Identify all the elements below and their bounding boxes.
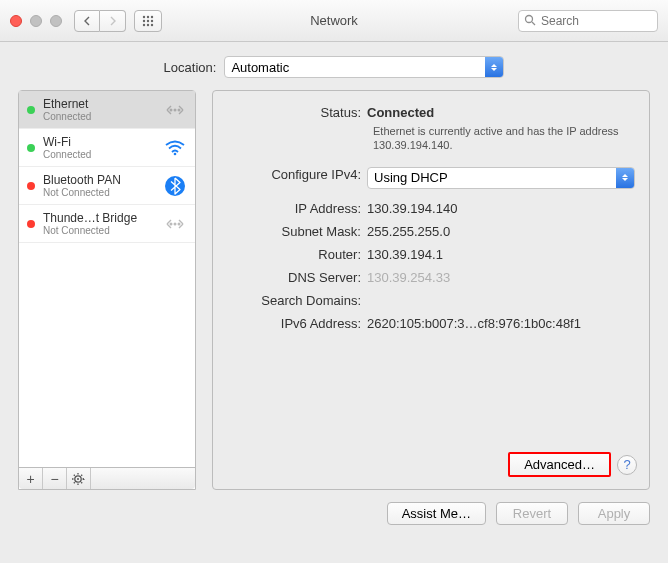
apply-button[interactable]: Apply <box>578 502 650 525</box>
sidebar-footer: + − <box>19 467 195 489</box>
status-dot-icon <box>27 106 35 114</box>
ethernet-icon <box>163 98 187 122</box>
status-sub: Ethernet is currently active and has the… <box>373 124 635 153</box>
svg-point-13 <box>178 108 181 111</box>
traffic-lights <box>10 15 62 27</box>
svg-point-17 <box>170 222 173 225</box>
back-button[interactable] <box>74 10 100 32</box>
svg-point-2 <box>151 15 153 17</box>
configure-row: Configure IPv4: Using DHCP <box>227 167 635 189</box>
dropdown-caret-icon <box>485 57 503 77</box>
advanced-button[interactable]: Advanced… <box>508 452 611 477</box>
help-button[interactable]: ? <box>617 455 637 475</box>
status-label: Status: <box>227 105 367 120</box>
sidebar-item-status: Not Connected <box>43 225 163 236</box>
location-select[interactable]: Automatic <box>224 56 504 78</box>
sidebar-item-label: Bluetooth PAN <box>43 173 163 187</box>
svg-point-8 <box>151 23 153 25</box>
svg-point-1 <box>147 15 149 17</box>
minimize-button[interactable] <box>30 15 42 27</box>
svg-point-9 <box>526 15 533 22</box>
sidebar-item-label: Ethernet <box>43 97 163 111</box>
sidebar-item-thunderbolt[interactable]: Thunde…t Bridge Not Connected <box>19 205 195 243</box>
sidebar-item-bluetooth[interactable]: Bluetooth PAN Not Connected <box>19 167 195 205</box>
status-row: Status: Connected <box>227 105 635 120</box>
svg-point-16 <box>174 222 177 225</box>
ipv6-row: IPv6 Address: 2620:105:b007:3…cf8:976:1b… <box>227 316 635 331</box>
dns-label: DNS Server: <box>227 270 367 285</box>
sidebar-item-label: Thunde…t Bridge <box>43 211 163 225</box>
svg-point-11 <box>174 108 177 111</box>
svg-point-5 <box>151 19 153 21</box>
dropdown-caret-icon <box>616 168 634 188</box>
advanced-row: Advanced… ? <box>508 452 637 477</box>
ip-value: 130.39.194.140 <box>367 201 635 216</box>
add-service-button[interactable]: + <box>19 468 43 489</box>
svg-point-12 <box>170 108 173 111</box>
ipv6-label: IPv6 Address: <box>227 316 367 331</box>
ip-label: IP Address: <box>227 201 367 216</box>
search-wrap <box>518 10 658 32</box>
search-input[interactable] <box>518 10 658 32</box>
sidebar-item-text: Wi-Fi Connected <box>43 135 163 160</box>
svg-point-14 <box>174 152 177 155</box>
location-value: Automatic <box>231 60 289 75</box>
chevron-left-icon <box>83 16 91 26</box>
forward-button[interactable] <box>100 10 126 32</box>
close-button[interactable] <box>10 15 22 27</box>
sidebar-item-ethernet[interactable]: Ethernet Connected <box>19 91 195 129</box>
nav-buttons <box>74 10 126 32</box>
ip-row: IP Address: 130.39.194.140 <box>227 201 635 216</box>
sidebar-item-text: Bluetooth PAN Not Connected <box>43 173 163 198</box>
svg-point-3 <box>143 19 145 21</box>
revert-button[interactable]: Revert <box>496 502 568 525</box>
detail-panel: Status: Connected Ethernet is currently … <box>212 90 650 490</box>
status-dot-icon <box>27 144 35 152</box>
router-label: Router: <box>227 247 367 262</box>
search-icon <box>524 14 536 26</box>
search-domains-label: Search Domains: <box>227 293 367 308</box>
configure-label: Configure IPv4: <box>227 167 367 189</box>
status-dot-icon <box>27 220 35 228</box>
router-value: 130.39.194.1 <box>367 247 635 262</box>
show-all-button[interactable] <box>134 10 162 32</box>
sidebar-item-text: Ethernet Connected <box>43 97 163 122</box>
bottom-buttons: Assist Me… Revert Apply <box>18 502 650 525</box>
configure-select[interactable]: Using DHCP <box>367 167 635 189</box>
svg-line-10 <box>532 22 535 25</box>
action-menu-button[interactable] <box>67 468 91 489</box>
search-domains-row: Search Domains: <box>227 293 635 308</box>
svg-point-18 <box>178 222 181 225</box>
sidebar-list: Ethernet Connected Wi-Fi Connected <box>19 91 195 467</box>
thunderbolt-icon <box>163 212 187 236</box>
zoom-button[interactable] <box>50 15 62 27</box>
svg-point-4 <box>147 19 149 21</box>
subnet-value: 255.255.255.0 <box>367 224 635 239</box>
titlebar: Network <box>0 0 668 42</box>
sidebar-item-label: Wi-Fi <box>43 135 163 149</box>
content: Location: Automatic Ethernet Connected <box>0 42 668 563</box>
dns-row: DNS Server: 130.39.254.33 <box>227 270 635 285</box>
gear-icon <box>72 472 86 486</box>
status-value: Connected <box>367 105 635 120</box>
location-row: Location: Automatic <box>18 56 650 78</box>
ipv6-value: 2620:105:b007:3…cf8:976:1b0c:48f1 <box>367 316 635 331</box>
location-label: Location: <box>164 60 217 75</box>
assist-me-button[interactable]: Assist Me… <box>387 502 486 525</box>
router-row: Router: 130.39.194.1 <box>227 247 635 262</box>
sidebar-item-status: Connected <box>43 111 163 122</box>
status-dot-icon <box>27 182 35 190</box>
configure-value: Using DHCP <box>374 170 448 185</box>
svg-point-7 <box>147 23 149 25</box>
svg-point-6 <box>143 23 145 25</box>
chevron-right-icon <box>109 16 117 26</box>
remove-service-button[interactable]: − <box>43 468 67 489</box>
grid-icon <box>142 15 154 27</box>
search-domains-value <box>367 293 635 308</box>
svg-point-20 <box>77 478 79 480</box>
main-area: Ethernet Connected Wi-Fi Connected <box>18 90 650 490</box>
wifi-icon <box>163 136 187 160</box>
svg-point-0 <box>143 15 145 17</box>
subnet-label: Subnet Mask: <box>227 224 367 239</box>
sidebar-item-wifi[interactable]: Wi-Fi Connected <box>19 129 195 167</box>
